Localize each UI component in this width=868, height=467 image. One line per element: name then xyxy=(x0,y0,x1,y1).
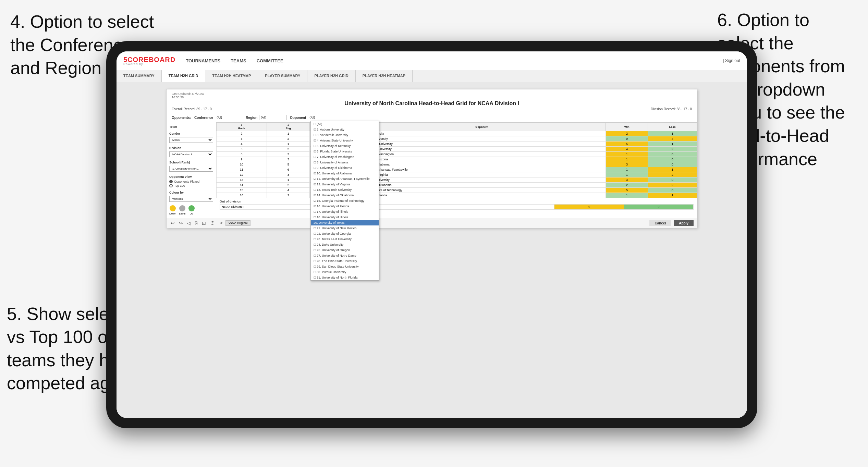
dropdown-item-2[interactable]: 2. Auburn University xyxy=(311,127,379,132)
toolbar-clock[interactable]: ⏱ xyxy=(209,220,216,226)
dropdown-item-7[interactable]: 7. University of Washington xyxy=(311,154,379,160)
td-reg: 4 xyxy=(267,188,310,193)
td-reg: 2 xyxy=(267,147,310,152)
td-opponent: University of Arkansas, Fayetteville xyxy=(358,167,606,172)
td-opponent: University of Arizona xyxy=(358,157,606,162)
table-body: 2 1 1 Auburn University 2 1 3 2 Vanderbi… xyxy=(217,131,697,198)
dropdown-item-5[interactable]: 5. University of Kentucky xyxy=(311,143,379,149)
report-header: Last Updated: 4/7/2024 16:55:38 Universi… xyxy=(167,89,697,113)
toolbar-copy[interactable]: ⎘ xyxy=(194,220,198,226)
dropdown-item-all[interactable]: (All) xyxy=(311,121,379,127)
td-loss: 1 xyxy=(648,167,697,172)
td-loss: 1 xyxy=(648,142,697,147)
filters-row: Opponents: Conference (All) Region (All) xyxy=(167,113,697,122)
tab-team-h2h-grid[interactable]: TEAM H2H GRID xyxy=(162,70,206,82)
toolbar-redo[interactable]: ↪ xyxy=(178,220,184,226)
radio-dot-unselected xyxy=(169,184,173,187)
opponent-dropdown-panel[interactable]: (All) 2. Auburn University 3. Vanderbilt… xyxy=(310,121,379,281)
legend-circle-up xyxy=(188,205,195,211)
region-select[interactable]: (All) xyxy=(259,115,286,120)
tab-player-summary[interactable]: PLAYER SUMMARY xyxy=(258,70,307,82)
td-reg: 3 xyxy=(267,157,310,162)
dropdown-item-31[interactable]: 31. University of North Florida xyxy=(311,275,379,280)
nav-signin[interactable]: | Sign out xyxy=(723,58,740,63)
dropdown-item-11[interactable]: 11. University of Arkansas, Fayetteville xyxy=(311,176,379,182)
table-row: 14 2 University of Oklahoma 2 2 xyxy=(217,183,697,188)
radio-top100[interactable]: Top 100 xyxy=(169,184,213,187)
nav-committee[interactable]: COMMITTEE xyxy=(257,57,283,65)
gender-select[interactable]: Men's xyxy=(169,137,213,143)
td-loss: 0 xyxy=(648,162,697,167)
td-opponent: University of Virginia xyxy=(358,172,606,177)
division-row: NCAA Division II 1 0 xyxy=(220,205,694,210)
td-rank: 13 xyxy=(217,177,267,183)
dropdown-item-9[interactable]: 9. University of Oklahoma xyxy=(311,165,379,171)
dropdown-item-30[interactable]: 30. Purdue University xyxy=(311,269,379,275)
cancel-button[interactable]: Cancel xyxy=(649,220,671,226)
dropdown-item-22[interactable]: 22. University of Georgia xyxy=(311,231,379,236)
dropdown-item-15[interactable]: 15. Georgia Institute of Technology xyxy=(311,198,379,204)
division2-loss: 0 xyxy=(624,205,694,210)
dropdown-item-6[interactable]: 6. Florida State University xyxy=(311,149,379,154)
th-rank: #Rank xyxy=(217,123,267,131)
dropdown-item-23[interactable]: 23. Texas A&M University xyxy=(311,236,379,242)
dropdown-item-12[interactable]: 12. University of Virginia xyxy=(311,182,379,187)
td-opponent: Texas Tech University xyxy=(358,177,606,183)
view-original-btn[interactable]: View: Original xyxy=(225,220,250,226)
td-loss: 2 xyxy=(648,172,697,177)
nav-teams[interactable]: TEAMS xyxy=(231,57,246,65)
tablet-screen: 5COREBOARD Powered by... TOURNAMENTS TEA… xyxy=(117,51,747,418)
dropdown-item-13[interactable]: 13. Texas Tech University xyxy=(311,187,379,193)
opponents-label: Opponents: xyxy=(172,116,191,120)
dropdown-item-18[interactable]: 18. University of Illinois xyxy=(311,214,379,220)
dropdown-item-3[interactable]: 3. Vanderbilt University xyxy=(311,132,379,138)
dropdown-item-16[interactable]: 16. University of Florida xyxy=(311,204,379,209)
dropdown-item-10[interactable]: 10. University of Alabama xyxy=(311,171,379,176)
dropdown-item-21[interactable]: 21. University of New Mexico xyxy=(311,225,379,231)
td-opponent: University of Florida xyxy=(358,193,606,198)
tab-player-h2h-grid[interactable]: PLAYER H2H GRID xyxy=(307,70,355,82)
apply-button[interactable]: Apply xyxy=(674,220,694,226)
division-select[interactable]: NCAA Division I xyxy=(169,151,213,157)
tab-player-h2h-heatmap[interactable]: PLAYER H2H HEATMAP xyxy=(356,70,413,82)
opponent-select[interactable]: (All) xyxy=(308,115,335,120)
tab-team-summary[interactable]: TEAM SUMMARY xyxy=(117,70,162,82)
td-opponent: Florida State University xyxy=(358,147,606,152)
td-win: 1 xyxy=(606,193,648,198)
td-win: 4 xyxy=(606,147,648,152)
conference-select[interactable]: (All) xyxy=(215,115,242,120)
td-opponent: University of Oklahoma xyxy=(358,183,606,188)
table-header-row: #Rank #Reg #Conf Opponent Win Loss xyxy=(217,123,697,131)
toolbar-back[interactable]: ◁ xyxy=(186,220,192,226)
td-opponent: Vanderbilt University xyxy=(358,136,606,142)
toolbar-crop[interactable]: ⊡ xyxy=(201,220,207,226)
school-section: School (Rank) 1. University of Nort... xyxy=(169,161,213,172)
dropdown-item-27[interactable]: 27. University of Notre Dame xyxy=(311,253,379,258)
dropdown-item-17[interactable]: 17. University of Illinois xyxy=(311,209,379,214)
td-win: 1 xyxy=(606,157,648,162)
table-row: 9 3 University of Arizona 1 0 xyxy=(217,157,697,162)
colour-by-select[interactable]: Win/loss xyxy=(169,196,213,202)
nav-tournaments[interactable]: TOURNAMENTS xyxy=(186,57,220,65)
td-loss: 1 xyxy=(648,193,697,198)
tab-team-h2h-heatmap[interactable]: TEAM H2H HEATMAP xyxy=(205,70,258,82)
td-loss: 0 xyxy=(648,152,697,157)
td-loss: 0 xyxy=(648,188,697,193)
radio-opponents-played[interactable]: Opponents Played xyxy=(169,180,213,183)
dropdown-item-4[interactable]: 4. Arizona State University xyxy=(311,138,379,143)
opponent-view-radio-group: Opponents Played Top 100 xyxy=(169,180,213,187)
td-loss: 4 xyxy=(648,136,697,142)
dropdown-item-8[interactable]: 8. University of Arizona xyxy=(311,160,379,165)
toolbar-undo[interactable]: ↩ xyxy=(170,220,175,226)
td-rank: 8 xyxy=(217,152,267,157)
dropdown-item-20[interactable]: 20. University of Texas xyxy=(311,220,379,225)
dropdown-item-28[interactable]: 28. The Ohio State University xyxy=(311,258,379,264)
dropdown-item-25[interactable]: 25. University of Oregon xyxy=(311,247,379,253)
dropdown-item-24[interactable]: 24. Duke University xyxy=(311,242,379,247)
td-loss: 2 xyxy=(648,183,697,188)
dropdown-item-29[interactable]: 29. San Diego State University xyxy=(311,264,379,269)
main-content: Last Updated: 4/7/2024 16:55:38 Universi… xyxy=(117,82,747,418)
dropdown-item-14[interactable]: 14. University of Oklahoma xyxy=(311,193,379,198)
legend-circle-level xyxy=(179,205,185,211)
school-select[interactable]: 1. University of Nort... xyxy=(169,166,213,172)
